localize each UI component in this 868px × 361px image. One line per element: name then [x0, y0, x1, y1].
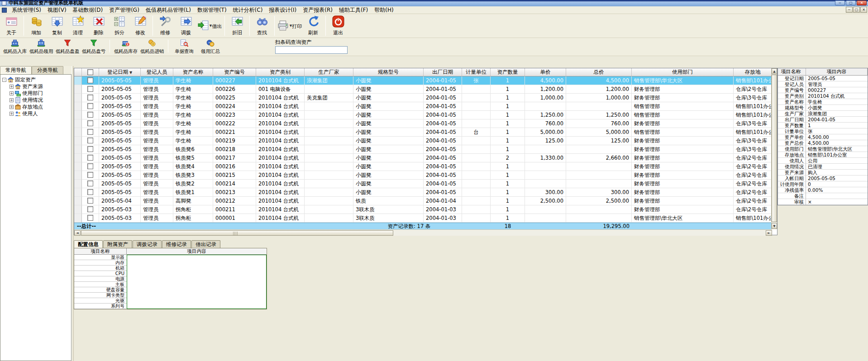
row-checkbox[interactable]: [82, 76, 99, 85]
toolbar-button-copy[interactable]: 复制: [47, 15, 67, 37]
column-header-资产数量[interactable]: 资产数量: [491, 68, 525, 76]
scroll-up-arrow[interactable]: ▲: [772, 68, 777, 74]
menu-帮助H[interactable]: 帮助(H): [371, 6, 396, 14]
tree-expander-icon[interactable]: +: [10, 105, 14, 109]
table-row[interactable]: 2005-05-05管理员铁质凳30002152010104 台式机小圆凳200…: [74, 171, 772, 180]
toolbar-button-delete[interactable]: 删除: [88, 15, 109, 37]
vertical-scroll-thumb[interactable]: [772, 75, 777, 222]
menu-视图V[interactable]: 视图(V): [44, 6, 70, 14]
column-header-规格型号[interactable]: 规格型号: [353, 68, 424, 76]
menu-报表设计I[interactable]: 报表设计(I): [266, 6, 300, 14]
column-header-计量单位[interactable]: 计量单位: [462, 68, 491, 76]
table-row[interactable]: 2005-05-05管理员学生椅0002242010104 台式机小圆凳2004…: [74, 102, 772, 111]
tree-item-使用部门[interactable]: +使用部门: [2, 90, 71, 97]
row-checkbox[interactable]: [82, 188, 99, 197]
row-checkbox[interactable]: [82, 128, 99, 137]
row-checkbox[interactable]: [82, 197, 99, 205]
tree-expander-icon[interactable]: +: [10, 98, 14, 102]
toolbar-button-summary[interactable]: 领用汇总: [197, 39, 224, 55]
table-row[interactable]: 2005-05-03管理员拐角柜0002112010104 台式机3联木质200…: [74, 205, 772, 214]
tree-item-使用情况[interactable]: +使用情况: [2, 97, 71, 104]
table-row[interactable]: 2005-05-05管理员铁质凳50002172010104 台式机小圆凳200…: [74, 154, 772, 162]
row-checkbox[interactable]: [82, 154, 99, 162]
toolbar-button-funnel-green[interactable]: 低耗品盘亏: [81, 39, 107, 55]
column-header-出厂日期[interactable]: 出厂日期: [424, 68, 462, 76]
row-checkbox[interactable]: [82, 94, 99, 102]
row-checkbox[interactable]: [82, 180, 99, 188]
table-row[interactable]: 2005-05-05管理员铁质凳40002162010104 台式机小圆凳200…: [74, 162, 772, 171]
tree-item-固定资产[interactable]: -固定资产: [2, 76, 71, 83]
tab-附属资产[interactable]: 附属资产: [103, 240, 132, 248]
table-row[interactable]: 2005-05-05管理员学生椅0002232010104 台式机小圆凳2004…: [74, 111, 772, 119]
toolbar-button-split[interactable]: 拆分: [109, 15, 130, 37]
toolbar-button-receive[interactable]: 低耗品领用: [28, 39, 54, 55]
nav-tab-分类导航[interactable]: 分类导航: [32, 66, 63, 74]
mdi-close-button[interactable]: ✕: [860, 7, 867, 13]
toolbar-button-depreciate[interactable]: 折旧: [227, 15, 248, 37]
scroll-right-arrow[interactable]: ►: [766, 230, 772, 236]
column-header-生产厂家[interactable]: 生产厂家: [305, 68, 353, 76]
menu-系统管理S[interactable]: 系统管理(S): [9, 6, 44, 14]
scroll-left-arrow[interactable]: ◄: [74, 230, 81, 236]
toolbar-button-stock[interactable]: 低耗品库存: [113, 39, 139, 55]
menu-基础数据D[interactable]: 基础数据(D): [70, 6, 106, 14]
column-header-登记人员[interactable]: 登记人员: [141, 68, 173, 76]
toolbar-button-find[interactable]: 查找: [252, 15, 272, 37]
row-checkbox[interactable]: [82, 162, 99, 171]
toolbar-button-add[interactable]: 增加: [26, 15, 47, 37]
mdi-child-icon[interactable]: [2, 8, 7, 13]
tab-借出记录[interactable]: 借出记录: [191, 240, 220, 248]
horizontal-scroll-thumb[interactable]: [81, 230, 393, 236]
horizontal-scrollbar[interactable]: ◄ ►: [74, 229, 772, 236]
table-row[interactable]: 2005-05-05管理员学生椅000226001 电脑设备小圆凳2004-01…: [74, 85, 772, 94]
mdi-minimize-button[interactable]: ─: [846, 7, 853, 13]
toolbar-button-modify[interactable]: 修改: [130, 15, 151, 37]
tab-调拨记录[interactable]: 调拨记录: [133, 240, 162, 248]
toolbar-button-transfer[interactable]: 调拨: [176, 15, 196, 37]
column-header-存放地[interactable]: 存放地: [734, 68, 772, 76]
column-header-总价[interactable]: 总价: [566, 68, 632, 76]
table-row[interactable]: 2005-05-05管理员铁质凳60002182010104 台式机小圆凳200…: [74, 145, 772, 154]
table-row[interactable]: 2005-05-05管理员学生椅0002192010104 台式机小圆凳2004…: [74, 137, 772, 145]
menu-资产管理G[interactable]: 资产管理(G): [106, 6, 143, 14]
menu-资产报表R[interactable]: 资产报表(R): [300, 6, 336, 14]
close-button[interactable]: ✕: [857, 0, 867, 5]
column-header-资产类别[interactable]: 资产类别: [256, 68, 305, 76]
row-checkbox[interactable]: [82, 119, 99, 128]
table-row[interactable]: 2005-05-05管理员学生椅0002222010104 台式机小圆凳2004…: [74, 119, 772, 128]
tab-维修记录[interactable]: 维修记录: [162, 240, 191, 248]
tree-item-资产来源[interactable]: +资产来源: [2, 83, 71, 90]
column-header-单价[interactable]: 单价: [525, 68, 566, 76]
menu-辅助工具F[interactable]: 辅助工具(F): [336, 6, 371, 14]
menu-数据管理T[interactable]: 数据管理(T): [194, 6, 230, 14]
table-row[interactable]: 2005-05-04管理员高脚凳0002122010104 台式机铁质2004-…: [74, 197, 772, 205]
row-checkbox[interactable]: [82, 102, 99, 111]
table-row[interactable]: 2005-05-05管理员学生椅0002252010104 台式机美克集团小圆凳…: [74, 94, 772, 102]
toolbar-button-store-in[interactable]: 低耗品入库: [2, 39, 28, 55]
column-header-登记日期[interactable]: 登记日期▼: [99, 68, 141, 76]
table-row[interactable]: 2005-05-05管理员铁质凳10002132010104 台式机小圆凳200…: [74, 188, 772, 197]
row-checkbox[interactable]: [82, 171, 99, 180]
maximize-button[interactable]: ▢: [846, 0, 856, 5]
tree-item-使用人[interactable]: +使用人: [2, 110, 71, 117]
row-checkbox[interactable]: [82, 111, 99, 119]
barcode-search-input[interactable]: [275, 46, 348, 54]
minimize-button[interactable]: ─: [835, 0, 845, 5]
toolbar-button-clean[interactable]: 清理: [67, 15, 88, 37]
row-checkbox[interactable]: [82, 137, 99, 145]
toolbar-button-about[interactable]: 关于: [1, 15, 22, 37]
toolbar-button-doc-query[interactable]: 单据查询: [171, 39, 197, 55]
scroll-down-arrow[interactable]: ▼: [772, 223, 777, 229]
table-row[interactable]: 2005-05-03管理员拐角柜0000012010104 台式机3联木质200…: [74, 214, 772, 223]
row-checkbox[interactable]: [82, 85, 99, 94]
toolbar-button-print[interactable]: ▼打印: [277, 15, 303, 37]
mdi-restore-button[interactable]: ▢: [853, 7, 860, 13]
toolbar-button-lend[interactable]: ▼借出: [196, 15, 223, 37]
row-checkbox[interactable]: [82, 145, 99, 154]
toolbar-button-exit[interactable]: 退出: [328, 15, 348, 37]
tree-item-存放地点[interactable]: +存放地点: [2, 104, 71, 110]
table-row[interactable]: 2005-05-05管理员学生椅0002272010104 台式机浪潮集团小圆凳…: [74, 76, 772, 85]
tree-expander-icon[interactable]: +: [10, 112, 14, 116]
column-header-使用部门[interactable]: 使用部门: [632, 68, 734, 76]
row-checkbox[interactable]: [82, 205, 99, 214]
